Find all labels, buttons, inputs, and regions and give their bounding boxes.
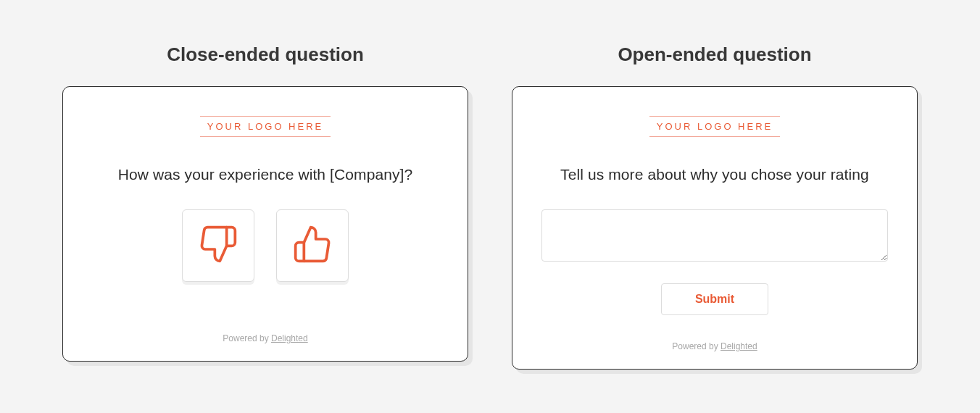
logo-placeholder: YOUR LOGO HERE — [200, 116, 331, 137]
open-ended-card: YOUR LOGO HERE Tell us more about why yo… — [512, 86, 918, 370]
submit-button[interactable]: Submit — [661, 283, 768, 315]
footer-link[interactable]: Delighted — [271, 333, 308, 343]
rating-buttons — [182, 209, 349, 282]
thumbs-up-icon — [292, 224, 333, 267]
open-ended-heading: Open-ended question — [512, 43, 918, 66]
close-ended-heading: Close-ended question — [62, 43, 468, 66]
close-ended-column: Close-ended question YOUR LOGO HERE How … — [62, 43, 468, 370]
footer-link[interactable]: Delighted — [721, 341, 757, 351]
comment-textarea[interactable] — [541, 209, 888, 262]
close-ended-question: How was your experience with [Company]? — [118, 166, 413, 183]
open-ended-column: Open-ended question YOUR LOGO HERE Tell … — [512, 43, 918, 370]
card-footer: Powered by Delighted — [672, 341, 757, 351]
comment-field-wrap — [541, 209, 888, 264]
logo-placeholder: YOUR LOGO HERE — [649, 116, 780, 137]
thumbs-up-button[interactable] — [276, 209, 349, 282]
thumbs-down-button[interactable] — [182, 209, 254, 282]
open-ended-question: Tell us more about why you chose your ra… — [560, 166, 869, 183]
card-footer: Powered by Delighted — [223, 333, 307, 343]
footer-prefix: Powered by — [672, 341, 721, 351]
thumbs-down-icon — [198, 224, 238, 267]
footer-prefix: Powered by — [223, 333, 271, 343]
close-ended-card: YOUR LOGO HERE How was your experience w… — [62, 86, 468, 362]
